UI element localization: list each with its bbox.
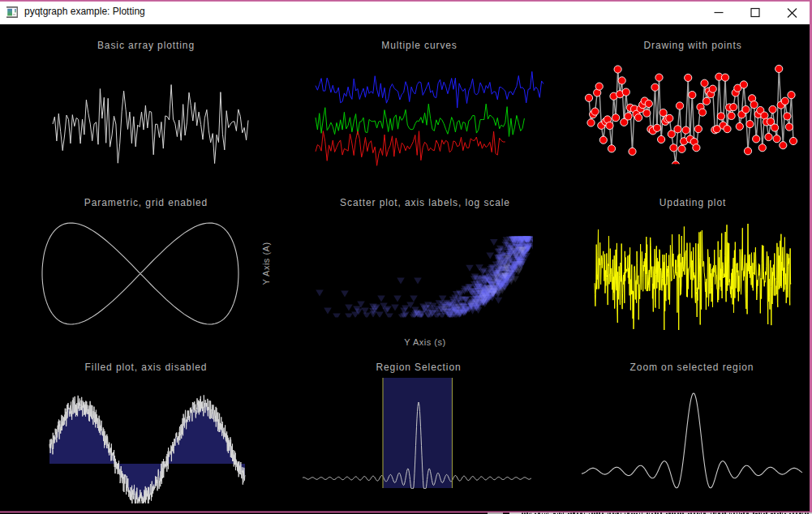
svg-text:Filled plot, axis disabled: Filled plot, axis disabled — [85, 362, 208, 373]
svg-text:Parametric, grid enabled: Parametric, grid enabled — [84, 197, 208, 208]
svg-text:Y Axis (A): Y Axis (A) — [261, 242, 271, 285]
svg-text:Zoom on selected region: Zoom on selected region — [630, 362, 754, 373]
svg-text:Y Axis (s): Y Axis (s) — [404, 337, 445, 347]
svg-text:Updating plot: Updating plot — [659, 197, 726, 208]
svg-text:Region Selection: Region Selection — [376, 362, 461, 373]
svg-text:Multiple curves: Multiple curves — [381, 40, 458, 51]
svg-text:Basic array plotting: Basic array plotting — [97, 40, 195, 51]
svg-text:Scatter plot, axis labels, log: Scatter plot, axis labels, log scale — [340, 197, 510, 208]
svg-text:Drawing with points: Drawing with points — [643, 40, 741, 51]
